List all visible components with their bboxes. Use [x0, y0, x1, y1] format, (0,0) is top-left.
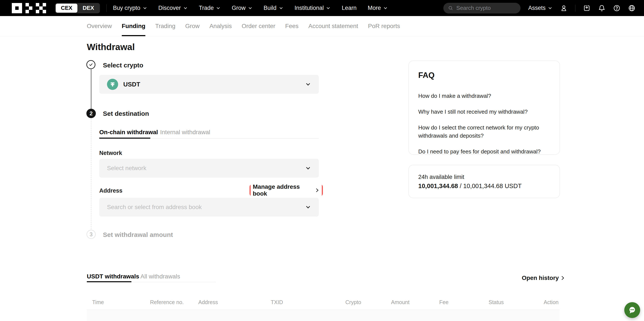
limit-available: 10,001,344.68 — [418, 182, 458, 189]
step2-indicator: 2 — [86, 109, 96, 118]
chevron-down-icon — [279, 6, 284, 10]
icon-divider — [575, 5, 576, 11]
col-amount: Amount — [391, 299, 410, 305]
open-history-label: Open history — [522, 275, 559, 281]
nav-institutional[interactable]: Institutional — [294, 5, 331, 11]
tab-analysis[interactable]: Analysis — [210, 16, 232, 36]
tab-onchain-withdrawal[interactable]: On-chain withdrawal — [99, 129, 158, 136]
history-active-underline — [87, 281, 132, 282]
download-icon[interactable] — [583, 4, 590, 12]
chevron-down-icon — [305, 81, 311, 87]
manage-address-book-button[interactable]: Manage address book — [250, 183, 322, 197]
nav-more[interactable]: More — [368, 5, 388, 11]
red-highlight-annotation: Manage address book — [250, 184, 323, 196]
toggle-cex[interactable]: CEX — [56, 4, 78, 13]
crypto-select[interactable]: USDT — [99, 75, 319, 94]
tab-overview[interactable]: Overview — [87, 16, 112, 36]
tab-funding[interactable]: Funding — [122, 16, 145, 36]
faq-question[interactable]: Why have I still not received my withdra… — [418, 108, 547, 116]
tab-internal-withdrawal[interactable]: Internal withdrawal — [160, 129, 210, 136]
chevron-down-icon — [305, 204, 311, 210]
table-empty-area — [87, 310, 560, 321]
faq-question[interactable]: How do I select the correct network for … — [418, 124, 547, 140]
nav-label: Buy crypto — [113, 5, 140, 11]
chevron-down-icon — [548, 6, 552, 10]
tab-por-reports[interactable]: PoR reports — [368, 16, 400, 36]
nav-label: More — [368, 5, 381, 11]
tab-usdt-withdrawals[interactable]: USDT withdrawals — [87, 273, 139, 280]
faq-title: FAQ — [418, 71, 550, 80]
nav-label: Institutional — [294, 5, 324, 11]
nav-discover[interactable]: Discover — [158, 5, 188, 11]
chevron-down-icon — [326, 6, 330, 10]
limit-total: / 10,001,344.68 USDT — [460, 182, 522, 189]
address-select[interactable]: Search or select from address book — [99, 198, 319, 217]
main-nav: Buy crypto Discover Trade Grow Build Ins… — [113, 5, 388, 11]
col-address: Address — [198, 299, 218, 305]
faq-card: FAQ How do I make a withdrawal? Why have… — [408, 61, 560, 155]
nav-buy-crypto[interactable]: Buy crypto — [113, 5, 147, 11]
globe-icon[interactable] — [628, 4, 636, 12]
open-history-link[interactable]: Open history — [522, 275, 565, 281]
toggle-dex[interactable]: DEX — [78, 4, 99, 13]
bell-icon[interactable] — [598, 4, 606, 12]
network-label: Network — [99, 150, 122, 157]
help-icon[interactable] — [613, 4, 620, 12]
funding-subnav: Overview Funding Trading Grow Analysis O… — [0, 16, 644, 36]
page-title: Withdrawal — [87, 42, 135, 52]
faq-question[interactable]: Do I need to pay fees for deposit and wi… — [418, 148, 547, 156]
step1-label: Select crypto — [103, 62, 143, 69]
okx-logo[interactable] — [12, 3, 46, 13]
tab-grow[interactable]: Grow — [185, 16, 200, 36]
header-divider — [106, 4, 106, 12]
chat-bubble-icon — [628, 305, 637, 315]
step1-indicator — [86, 60, 96, 69]
chevron-down-icon — [305, 165, 311, 171]
step3-indicator: 3 — [86, 230, 96, 239]
network-placeholder: Select network — [107, 165, 146, 172]
col-fee: Fee — [439, 299, 448, 305]
chevron-down-icon — [216, 6, 220, 10]
assets-menu[interactable]: Assets — [528, 5, 552, 11]
chevron-down-icon — [383, 6, 388, 10]
tab-account-statement[interactable]: Account statement — [308, 16, 358, 36]
step-rail-solid — [91, 69, 91, 109]
nav-label: Grow — [232, 5, 246, 11]
tab-order-center[interactable]: Order center — [242, 16, 275, 36]
step3-label: Set withdrawal amount — [103, 231, 173, 238]
chat-support-button[interactable] — [624, 302, 640, 318]
address-label: Address — [99, 187, 122, 194]
faq-question[interactable]: How do I make a withdrawal? — [418, 92, 547, 100]
nav-learn[interactable]: Learn — [342, 5, 356, 11]
selected-crypto: USDT — [123, 81, 140, 88]
step2-label: Set destination — [103, 110, 149, 117]
active-tab-underline — [99, 138, 150, 139]
network-select[interactable]: Select network — [99, 159, 319, 178]
col-action: Action — [544, 299, 558, 305]
nav-label: Trade — [199, 5, 214, 11]
tab-all-withdrawals[interactable]: All withdrawals — [140, 273, 180, 280]
address-placeholder: Search or select from address book — [107, 204, 202, 211]
search-icon — [448, 5, 454, 11]
search-input[interactable] — [456, 5, 516, 11]
col-reference: Reference no. — [150, 299, 184, 305]
user-icon[interactable] — [560, 4, 568, 12]
col-status: Status — [488, 299, 504, 305]
okx-withdrawal-page: CEX DEX Buy crypto Discover Trade Grow — [0, 0, 644, 321]
usdt-icon — [107, 79, 118, 90]
nav-build[interactable]: Build — [264, 5, 284, 11]
nav-grow[interactable]: Grow — [232, 5, 252, 11]
assets-label: Assets — [528, 5, 546, 11]
nav-trade[interactable]: Trade — [199, 5, 221, 11]
chevron-down-icon — [183, 6, 188, 10]
header-right: Assets — [443, 3, 636, 13]
limit-card: 24h available limit 10,001,344.68 / 10,0… — [408, 165, 560, 198]
chevron-right-icon — [560, 275, 565, 281]
chevron-down-icon — [142, 6, 147, 10]
tab-fees[interactable]: Fees — [285, 16, 298, 36]
tab-trading[interactable]: Trading — [155, 16, 175, 36]
nav-label: Learn — [342, 5, 356, 11]
cex-dex-toggle: CEX DEX — [55, 3, 100, 13]
col-crypto: Crypto — [345, 299, 361, 305]
search-box[interactable] — [443, 3, 520, 13]
